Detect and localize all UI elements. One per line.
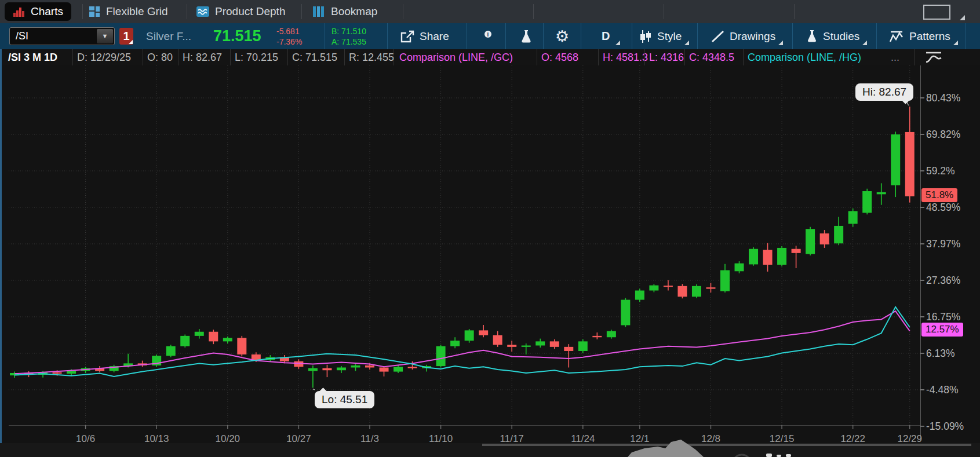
- news-icon: i: [476, 29, 495, 44]
- tab-divider: [533, 4, 534, 19]
- svg-text:10/13: 10/13: [144, 433, 169, 444]
- svg-text:10/6: 10/6: [76, 433, 95, 444]
- svg-text:11/3: 11/3: [360, 433, 379, 444]
- symbol-input[interactable]: /SI ▼: [9, 27, 115, 45]
- high-annotation: Hi: 82.67: [855, 83, 913, 101]
- share-button[interactable]: Share: [400, 23, 449, 49]
- header-divider: [644, 49, 645, 65]
- tab-divider: [187, 4, 187, 19]
- news-button[interactable]: i: [476, 23, 495, 49]
- symbol-dropdown-button[interactable]: ▼: [97, 29, 113, 43]
- chart-toolbar: /SI ▼ 1 Silver F... 71.515 -5.681 -7.36%…: [0, 23, 980, 49]
- header-divider: [743, 49, 744, 65]
- timeframe-button[interactable]: D: [602, 23, 610, 49]
- analyze-button[interactable]: [519, 23, 534, 49]
- toolbar-divider: [632, 23, 632, 49]
- svg-text:12/8: 12/8: [701, 433, 720, 444]
- toolbar-divider: [505, 23, 506, 49]
- style-button[interactable]: Style: [639, 23, 682, 49]
- dropdown-caret-icon: [862, 41, 867, 45]
- toolbar-divider: [876, 23, 877, 49]
- last-price-axis-badge: 51.8%: [921, 188, 957, 202]
- studies-button[interactable]: Studies: [806, 23, 859, 49]
- header-divider: [230, 49, 231, 65]
- header-ellipsis[interactable]: ...: [891, 51, 899, 64]
- svg-text:48.59%: 48.59%: [926, 202, 960, 213]
- symbol-description: Silver F...: [146, 23, 191, 49]
- thinkorswim-window: Charts Flexible Grid Product Depth: [0, 0, 980, 457]
- tab-divider: [794, 4, 795, 19]
- toolbar-divider: [387, 23, 388, 49]
- studies-flask-icon: [806, 29, 818, 44]
- tab-divider: [664, 4, 664, 19]
- y-axis-price-labels[interactable]: 80.43%69.82%59.2%48.59%37.97%27.36%16.75…: [920, 92, 964, 432]
- svg-text:11/24: 11/24: [571, 433, 595, 444]
- comparison-hg-label[interactable]: Comparison (LINE, /HG): [748, 51, 861, 64]
- window-restore-button[interactable]: [923, 5, 950, 20]
- chart-date: D: 12/29/25: [77, 51, 131, 64]
- tab-flexible-grid-label: Flexible Grid: [106, 5, 168, 18]
- scale-mode-curve-icon[interactable]: [924, 50, 944, 65]
- tab-divider: [301, 4, 302, 19]
- dropdown-caret-icon: [778, 41, 783, 45]
- toolbar-divider: [966, 23, 966, 49]
- candlestick-chart[interactable]: 80.43%69.82%59.2%48.59%37.97%27.36%16.75…: [0, 65, 980, 457]
- top-tab-bar: Charts Flexible Grid Product Depth: [0, 0, 980, 23]
- drawings-button[interactable]: Drawings: [711, 23, 775, 49]
- chart-area[interactable]: 80.43%69.82%59.2%48.59%37.97%27.36%16.75…: [0, 65, 980, 457]
- window-corner-caret-icon[interactable]: [960, 15, 965, 20]
- chart-open: O: 80: [147, 51, 173, 64]
- svg-text:-15.09%: -15.09%: [926, 421, 964, 432]
- header-divider: [178, 49, 178, 65]
- svg-text:27.36%: 27.36%: [926, 275, 960, 286]
- header-divider: [684, 49, 685, 65]
- patterns-label: Patterns: [909, 30, 950, 43]
- comparison-gc-label[interactable]: Comparison (LINE, /GC): [399, 51, 513, 64]
- svg-text:37.97%: 37.97%: [926, 238, 960, 250]
- svg-text:12/1: 12/1: [630, 433, 649, 444]
- share-label: Share: [420, 30, 449, 43]
- change-value: -5.681: [276, 26, 302, 36]
- toolbar-divider: [467, 23, 467, 49]
- symbol-value: /SI: [16, 30, 28, 42]
- comparison-gc-high: H: 4581.3: [603, 51, 648, 64]
- patterns-button[interactable]: Patterns: [888, 23, 950, 49]
- chart-ohlc-header: /SI 3 M 1D D: 12/29/25 O: 80 H: 82.67 L:…: [0, 49, 980, 65]
- chart-close: C: 71.515: [292, 51, 337, 64]
- header-divider: [344, 49, 345, 65]
- comparison-line-gc[interactable]: [14, 311, 910, 374]
- drawings-label: Drawings: [730, 30, 775, 43]
- tab-divider: [82, 4, 83, 19]
- svg-text:69.82%: 69.82%: [926, 129, 960, 140]
- studies-label: Studies: [823, 30, 859, 43]
- chart-low: L: 70.215: [235, 51, 278, 64]
- last-price: 71.515: [213, 23, 261, 49]
- header-divider: [287, 49, 288, 65]
- svg-text:11/10: 11/10: [429, 433, 453, 444]
- gear-icon: ⚙: [555, 23, 569, 49]
- bid-ask: B: 71.510 A: 71.535: [331, 23, 366, 49]
- candlestick-series[interactable]: [10, 107, 915, 387]
- ask-value: A: 71.535: [331, 36, 366, 47]
- x-axis-date-labels[interactable]: 10/610/1310/2010/2711/311/1011/1711/2412…: [76, 425, 922, 444]
- svg-text:16.75%: 16.75%: [926, 311, 960, 323]
- svg-text:12/29: 12/29: [897, 433, 922, 444]
- tab-flexible-grid[interactable]: Flexible Grid: [88, 0, 168, 23]
- comparison-axis-badge: 12.57%: [921, 323, 963, 337]
- chart-symbol-timeframe: /SI 3 M 1D: [8, 51, 57, 64]
- alert-count-badge[interactable]: 1: [119, 28, 133, 45]
- product-depth-icon: [196, 5, 210, 18]
- svg-text:i: i: [487, 31, 489, 38]
- header-divider: [72, 49, 73, 65]
- svg-text:-4.48%: -4.48%: [926, 384, 958, 396]
- settings-button[interactable]: ⚙: [555, 23, 569, 49]
- style-icon: [639, 29, 653, 44]
- header-divider: [598, 49, 599, 65]
- tab-bookmap[interactable]: Bookmap: [312, 0, 377, 23]
- tab-charts[interactable]: Charts: [5, 2, 71, 21]
- price-change: -5.681 -7.36%: [276, 23, 302, 49]
- tab-product-depth[interactable]: Product Depth: [196, 0, 285, 23]
- comparison-line-hg[interactable]: [14, 307, 910, 376]
- dropdown-caret-icon: [953, 41, 958, 45]
- svg-text:12/22: 12/22: [840, 433, 865, 444]
